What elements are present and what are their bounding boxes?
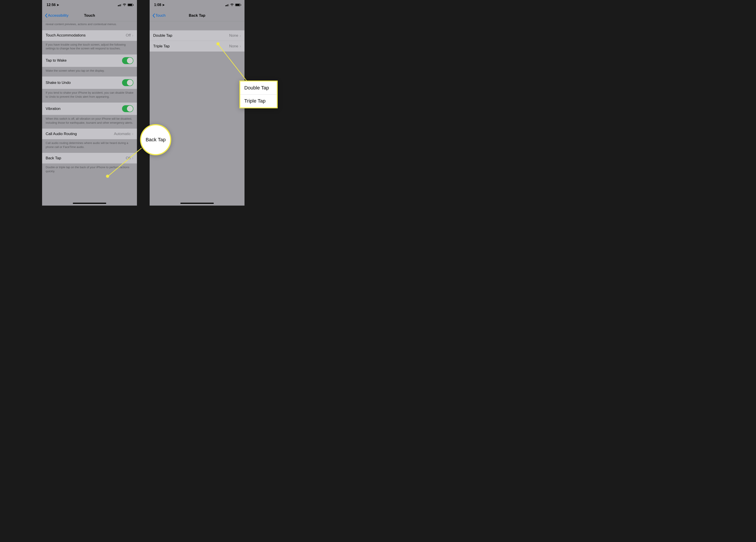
value-text: Off <box>126 33 131 38</box>
value-text: None <box>229 33 238 38</box>
wifi-icon <box>230 4 234 6</box>
touch-accommodations-footer: If you have trouble using the touch scre… <box>42 41 137 55</box>
svg-point-1 <box>232 6 232 6</box>
cellular-signal-icon <box>225 4 229 6</box>
vibration-footer: When this switch is off, all vibration o… <box>42 115 137 129</box>
status-icons <box>225 4 241 6</box>
settings-list[interactable]: reveal content previews, actions and con… <box>42 21 137 177</box>
back-button[interactable]: Accessibility <box>44 12 69 19</box>
tap-to-wake-row: Tap to Wake <box>42 55 137 67</box>
status-bar: 1:08 ➤ <box>150 0 245 10</box>
back-tap-settings-screen: 1:08 ➤ Touch Back Tap Double Tap None <box>150 0 245 206</box>
status-time: 1:08 ➤ <box>154 3 165 7</box>
tap-to-wake-toggle[interactable] <box>122 57 133 64</box>
value-text: Automatic <box>114 132 131 136</box>
row-value: Off › <box>126 33 133 38</box>
row-label: Shake to Undo <box>46 81 71 85</box>
home-indicator[interactable] <box>180 203 214 204</box>
battery-icon <box>128 4 133 6</box>
callout-label: Back Tap <box>146 137 166 143</box>
chevron-right-icon: › <box>240 44 241 49</box>
nav-bar: Accessibility Touch <box>42 10 137 21</box>
row-label: Tap to Wake <box>46 58 67 63</box>
time-label: 1:08 <box>154 3 161 7</box>
wifi-icon <box>123 4 126 6</box>
shake-to-undo-footer: If you tend to shake your iPhone by acci… <box>42 89 137 103</box>
row-label: Triple Tap <box>153 44 170 49</box>
status-time: 12:56 ➤ <box>47 3 59 7</box>
double-tap-row[interactable]: Double Tap None › <box>150 30 245 41</box>
row-label: Touch Accommodations <box>46 33 86 38</box>
status-bar: 12:56 ➤ <box>42 0 137 10</box>
row-label: Vibration <box>46 107 61 111</box>
back-tap-callout: Back Tap <box>140 124 171 155</box>
row-label: Double Tap <box>153 33 172 38</box>
chevron-left-icon <box>152 13 155 18</box>
touch-settings-screen: 12:56 ➤ Accessibility Touch reveal conte… <box>42 0 137 206</box>
status-icons <box>118 4 133 6</box>
call-audio-routing-row[interactable]: Call Audio Routing Automatic › <box>42 129 137 139</box>
svg-point-0 <box>124 6 125 6</box>
back-tap-footer: Double or triple tap on the back of your… <box>42 164 137 177</box>
row-value: Automatic › <box>114 132 133 136</box>
time-label: 12:56 <box>47 3 56 7</box>
intro-footer: reveal content previews, actions and con… <box>42 21 137 30</box>
tap-options-callout: Double Tap Triple Tap <box>239 81 278 108</box>
battery-icon <box>235 4 240 6</box>
annotation-dot <box>216 42 220 45</box>
cellular-signal-icon <box>118 4 122 6</box>
shake-to-undo-toggle[interactable] <box>122 79 133 86</box>
row-value: None › <box>229 44 241 49</box>
vibration-toggle[interactable] <box>122 105 133 112</box>
settings-list[interactable]: Double Tap None › Triple Tap None › <box>150 21 245 52</box>
chevron-right-icon: › <box>132 33 133 38</box>
shake-to-undo-row: Shake to Undo <box>42 77 137 89</box>
row-label: Call Audio Routing <box>46 132 77 136</box>
back-label: Touch <box>155 13 165 18</box>
chevron-right-icon: › <box>132 132 133 136</box>
annotation-dot <box>106 175 109 178</box>
location-icon: ➤ <box>57 3 59 7</box>
callout-double-tap: Double Tap <box>240 81 277 95</box>
nav-bar: Touch Back Tap <box>150 10 245 21</box>
tap-to-wake-footer: Wake the screen when you tap on the disp… <box>42 67 137 77</box>
home-indicator[interactable] <box>73 203 106 204</box>
chevron-right-icon: › <box>240 33 241 38</box>
back-label: Accessibility <box>48 13 69 18</box>
row-value: None › <box>229 33 241 38</box>
touch-accommodations-row[interactable]: Touch Accommodations Off › <box>42 30 137 41</box>
row-label: Back Tap <box>46 156 61 161</box>
chevron-left-icon <box>45 13 47 18</box>
vibration-row: Vibration <box>42 103 137 115</box>
back-tap-row[interactable]: Back Tap Off › <box>42 153 137 164</box>
triple-tap-row[interactable]: Triple Tap None › <box>150 41 245 52</box>
callout-triple-tap: Triple Tap <box>240 95 277 108</box>
chevron-right-icon: › <box>132 156 133 161</box>
location-icon: ➤ <box>162 3 165 7</box>
back-button[interactable]: Touch <box>151 12 166 19</box>
value-text: None <box>229 44 238 49</box>
call-audio-footer: Call audio routing determines where audi… <box>42 139 137 153</box>
